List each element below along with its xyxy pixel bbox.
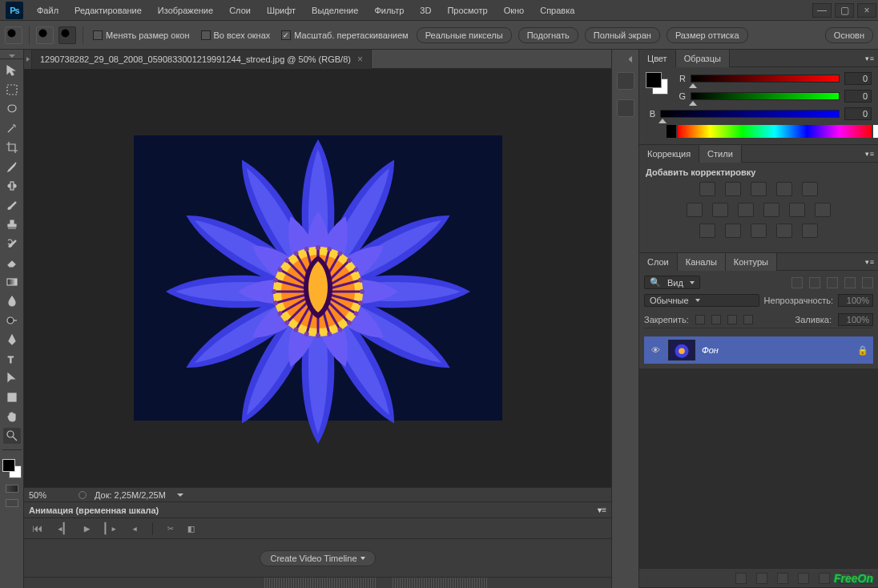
print-size-button[interactable]: Размер оттиска <box>667 27 748 43</box>
menu-filter[interactable]: Фильтр <box>366 0 412 21</box>
layer-thumbnail[interactable] <box>668 340 695 360</box>
r-value[interactable]: 0 <box>844 72 872 85</box>
document-tab[interactable]: 1290738282_29_08_2008_059083300121999124… <box>32 50 372 69</box>
zoom-in-icon[interactable] <box>36 26 54 44</box>
hue-strip[interactable] <box>678 125 872 138</box>
next-frame-icon[interactable]: ▎▸ <box>104 522 117 534</box>
layer-row[interactable]: 👁 Фон 🔒 <box>644 336 873 364</box>
pen-tool-icon[interactable] <box>3 332 21 348</box>
gradient-tool-icon[interactable] <box>3 274 21 290</box>
timeline-menu-icon[interactable]: ▾≡ <box>598 505 606 514</box>
dock-expand-icon[interactable] <box>24 50 32 69</box>
curves-icon[interactable] <box>751 182 767 196</box>
vibrance-icon[interactable] <box>802 182 818 196</box>
status-icon[interactable] <box>79 491 87 499</box>
timeline-scrollbar[interactable] <box>264 578 377 588</box>
screenmode-icon[interactable] <box>6 499 18 507</box>
panel-collapse-icon[interactable] <box>629 56 637 62</box>
menu-edit[interactable]: Редактирование <box>66 0 150 21</box>
close-button[interactable]: × <box>857 3 876 18</box>
all-windows-checkbox[interactable]: Во всех окнах <box>198 30 274 40</box>
zoom-tool-icon[interactable] <box>3 428 21 444</box>
tab-close-icon[interactable]: × <box>357 50 363 69</box>
layer-lock-icon[interactable]: 🔒 <box>857 345 868 356</box>
status-menu-icon[interactable] <box>177 493 183 497</box>
menu-3d[interactable]: 3D <box>412 0 439 21</box>
g-slider[interactable] <box>691 92 840 100</box>
move-tool-icon[interactable] <box>3 62 21 79</box>
lock-brush-icon[interactable] <box>711 315 721 324</box>
adjustments-tab[interactable]: Коррекция <box>639 145 699 163</box>
b-value[interactable]: 0 <box>844 107 872 120</box>
actual-pixels-button[interactable]: Реальные пикселы <box>417 27 512 43</box>
posterize-icon[interactable] <box>725 224 741 238</box>
marquee-tool-icon[interactable] <box>3 82 21 98</box>
fill-value[interactable]: 100% <box>838 313 873 326</box>
hand-tool-icon[interactable] <box>3 409 21 425</box>
paths-tab[interactable]: Контуры <box>726 253 777 271</box>
b-slider[interactable] <box>660 110 840 118</box>
brush-tool-icon[interactable] <box>3 197 21 213</box>
healing-tool-icon[interactable] <box>3 178 21 194</box>
fit-screen-button[interactable]: Подогнать <box>518 27 578 43</box>
invert-icon[interactable] <box>699 224 715 238</box>
layers-tab[interactable]: Слои <box>639 253 678 271</box>
brightness-icon[interactable] <box>699 182 715 196</box>
bw-icon[interactable] <box>738 203 754 217</box>
full-screen-button[interactable]: Полный экран <box>585 27 660 43</box>
panel-menu-icon[interactable]: ▾≡ <box>862 258 878 266</box>
adjustment-layer-icon[interactable] <box>798 573 809 584</box>
prev-frame-icon[interactable]: ◂▎ <box>57 522 70 534</box>
navigator-icon[interactable] <box>617 99 634 117</box>
color-swatches[interactable] <box>2 459 22 478</box>
dodge-tool-icon[interactable] <box>3 312 21 328</box>
workspace-button[interactable]: Основн <box>825 27 873 43</box>
eyedropper-tool-icon[interactable] <box>3 159 21 175</box>
hue-icon[interactable] <box>687 203 703 217</box>
filter-adj-icon[interactable] <box>809 277 820 288</box>
menu-file[interactable]: Файл <box>29 0 66 21</box>
canvas[interactable] <box>24 69 611 487</box>
history-brush-tool-icon[interactable] <box>3 236 21 252</box>
blur-tool-icon[interactable] <box>3 293 21 309</box>
swatches-tab[interactable]: Образцы <box>676 50 730 67</box>
crop-tool-icon[interactable] <box>3 139 21 155</box>
lasso-tool-icon[interactable] <box>3 101 21 117</box>
color-swatch-icon[interactable] <box>646 72 668 95</box>
menu-help[interactable]: Справка <box>532 0 582 21</box>
shape-tool-icon[interactable] <box>3 389 21 405</box>
colorbalance-icon[interactable] <box>712 203 728 217</box>
link-icon[interactable] <box>735 573 747 584</box>
menu-type[interactable]: Шрифт <box>259 0 304 21</box>
mask-icon[interactable] <box>777 573 788 584</box>
channelmix-icon[interactable] <box>789 203 805 217</box>
threshold-icon[interactable] <box>751 224 767 238</box>
filter-text-icon[interactable] <box>827 277 838 288</box>
create-video-timeline-button[interactable]: Create Video Timeline <box>260 550 375 566</box>
styles-tab[interactable]: Стили <box>699 145 742 163</box>
menu-layers[interactable]: Слои <box>221 0 259 21</box>
gradmap-icon[interactable] <box>776 224 792 238</box>
levels-icon[interactable] <box>725 182 741 196</box>
last-frame-icon[interactable]: ◂ <box>131 522 138 534</box>
exposure-icon[interactable] <box>776 182 792 196</box>
lock-pixels-icon[interactable] <box>695 315 705 324</box>
app-logo[interactable]: Ps <box>3 0 26 21</box>
wand-tool-icon[interactable] <box>3 120 21 136</box>
histogram-icon[interactable] <box>617 72 634 90</box>
color-tab[interactable]: Цвет <box>639 50 676 67</box>
zoom-field[interactable]: 50% <box>29 490 70 500</box>
minimize-button[interactable]: — <box>812 3 832 18</box>
transition-icon[interactable]: ◧ <box>188 522 195 534</box>
menu-window[interactable]: Окно <box>496 0 533 21</box>
menu-view[interactable]: Просмотр <box>439 0 495 21</box>
resize-windows-checkbox[interactable]: Менять размер окон <box>90 30 193 40</box>
text-tool-icon[interactable]: T <box>3 351 21 367</box>
selective-icon[interactable] <box>802 224 818 238</box>
filter-shape-icon[interactable] <box>844 277 856 288</box>
menu-select[interactable]: Выделение <box>304 0 366 21</box>
layer-filter-kind[interactable]: 🔍 Вид <box>644 276 700 289</box>
cut-icon[interactable]: ✂ <box>167 522 174 534</box>
play-icon[interactable]: ▶ <box>84 522 91 534</box>
fx-icon[interactable] <box>756 573 767 584</box>
